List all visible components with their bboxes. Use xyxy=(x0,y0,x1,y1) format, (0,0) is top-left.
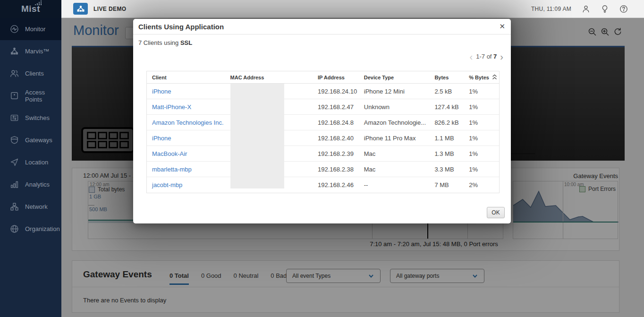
modal-title: Clients Using Application xyxy=(138,23,224,31)
lightbulb-icon[interactable] xyxy=(600,4,609,13)
clients-using-application-modal: Clients Using Application ✕ 7 Clients us… xyxy=(133,19,511,223)
device-type-cell: Mac xyxy=(359,166,430,173)
sidebar-item-analytics[interactable]: Analytics xyxy=(0,173,61,196)
table-header: ClientMAC AddressIP AddressDevice TypeBy… xyxy=(147,71,499,84)
percent-bytes-cell: 1% xyxy=(464,166,499,173)
sidebar-item-label: Clients xyxy=(25,70,44,77)
monitor-icon xyxy=(10,25,19,34)
sidebar-nav: MonitorMarvis™ClientsAccess PointsSwitch… xyxy=(0,18,61,240)
next-page-button[interactable]: › xyxy=(500,53,503,60)
ip-address-cell: 192.168.2.46 xyxy=(313,181,359,188)
sidebar-item-clients[interactable]: Clients xyxy=(0,62,61,85)
sidebar-item-label: Location xyxy=(25,159,48,166)
close-icon[interactable]: ✕ xyxy=(499,22,505,31)
device-type-cell: -- xyxy=(359,181,430,188)
table-row: iPhone192.168.24.10iPhone 12 Mini2.5 kB1… xyxy=(147,84,499,99)
percent-bytes-cell: 1% xyxy=(464,150,499,157)
sidebar-item-label: Switches xyxy=(25,114,50,121)
sidebar-item-label: Network xyxy=(25,203,48,210)
sidebar-item-location[interactable]: Location xyxy=(0,151,61,173)
user-icon[interactable] xyxy=(581,4,590,13)
column-header-bytes[interactable]: Bytes xyxy=(429,75,464,80)
mac-redaction-overlay xyxy=(230,84,284,188)
percent-bytes-cell: 1% xyxy=(464,119,499,126)
access-points-icon xyxy=(10,91,19,100)
logo-dots-icon xyxy=(34,0,42,5)
table-row: mbarletta-mbp192.168.2.38Mac3.3 MB1% xyxy=(147,162,499,177)
ip-address-cell: 192.168.2.47 xyxy=(313,103,359,111)
sort-ascending-icon[interactable] xyxy=(492,74,497,81)
column-header-device-type[interactable]: Device Type xyxy=(359,75,430,80)
organization-icon xyxy=(10,224,19,233)
client-link[interactable]: iPhone xyxy=(147,88,225,95)
table-row: Amazon Technologies Inc.192.168.24.8Amaz… xyxy=(147,115,499,130)
sidebar-item-label: Gateways xyxy=(25,137,52,144)
page-range-label: 1-7 of 7 xyxy=(476,53,497,60)
column-header-ip-address[interactable]: IP Address xyxy=(313,75,359,80)
clients-icon xyxy=(10,69,19,78)
sidebar: Mist MonitorMarvis™ClientsAccess PointsS… xyxy=(0,0,61,317)
device-type-cell: Amazon Technologie... xyxy=(359,119,430,126)
bytes-cell: 1.3 MB xyxy=(429,150,464,157)
analytics-icon xyxy=(10,180,19,189)
prev-page-button[interactable]: ‹ xyxy=(470,53,473,60)
sidebar-item-gateways[interactable]: Gateways xyxy=(0,129,61,151)
client-link[interactable]: mbarletta-mbp xyxy=(147,166,225,173)
network-icon xyxy=(10,202,19,211)
client-link[interactable]: Amazon Technologies Inc. xyxy=(147,119,225,126)
application-name: SSL xyxy=(180,39,192,46)
table-row: iPhone192.168.2.40iPhone 11 Pro Max1.1 M… xyxy=(147,130,499,146)
bytes-cell: 7 MB xyxy=(429,181,464,188)
device-type-cell: iPhone 12 Mini xyxy=(359,88,430,95)
client-link[interactable]: Matt-iPhone-X xyxy=(147,103,225,111)
sidebar-item-network[interactable]: Network xyxy=(0,196,61,218)
sidebar-item-monitor[interactable]: Monitor xyxy=(0,18,61,40)
bytes-cell: 2.5 kB xyxy=(429,88,464,95)
sidebar-item-label: Monitor xyxy=(25,26,45,33)
device-type-cell: iPhone 11 Pro Max xyxy=(359,135,430,142)
sidebar-item-label: Access Points xyxy=(25,89,61,103)
ip-address-cell: 192.168.24.10 xyxy=(313,88,359,95)
column-header-mac-address[interactable]: MAC Address xyxy=(225,75,313,80)
mist-logo[interactable]: Mist xyxy=(0,0,61,18)
ip-address-cell: 192.168.2.40 xyxy=(313,135,359,142)
sidebar-item-switches[interactable]: Switches xyxy=(0,107,61,129)
ip-address-cell: 192.168.24.8 xyxy=(313,119,359,126)
column-header-bytes[interactable]: % Bytes xyxy=(464,74,499,81)
ip-address-cell: 192.168.2.39 xyxy=(313,150,359,157)
table-row: jacobt-mbp192.168.2.46--7 MB2% xyxy=(147,177,499,193)
percent-bytes-cell: 2% xyxy=(464,181,499,188)
bytes-cell: 3.3 MB xyxy=(429,166,464,173)
ip-address-cell: 192.168.2.38 xyxy=(313,166,359,173)
table-row: MacBook-Air192.168.2.39Mac1.3 MB1% xyxy=(147,146,499,162)
sidebar-item-organization[interactable]: Organization xyxy=(0,218,61,240)
org-badge[interactable]: LIVE DEMO xyxy=(73,3,127,15)
bytes-cell: 1.1 MB xyxy=(429,135,464,142)
ok-button[interactable]: OK xyxy=(487,207,505,218)
table-row: Matt-iPhone-X192.168.2.47Unknown127.4 kB… xyxy=(147,99,499,115)
percent-bytes-cell: 1% xyxy=(464,103,499,111)
clients-table: ClientMAC AddressIP AddressDevice TypeBy… xyxy=(146,71,500,193)
sidebar-item-label: Analytics xyxy=(25,181,50,188)
device-type-cell: Unknown xyxy=(359,103,430,111)
logo-text: Mist xyxy=(21,4,40,14)
clock-label: THU, 11:09 AM xyxy=(531,6,571,12)
help-icon[interactable] xyxy=(619,4,628,13)
percent-bytes-cell: 1% xyxy=(464,135,499,142)
client-link[interactable]: iPhone xyxy=(147,135,225,142)
gateways-icon xyxy=(10,136,19,145)
sidebar-item-label: Organization xyxy=(25,225,60,232)
pagination: ‹ 1-7 of 7 › xyxy=(470,53,503,60)
client-link[interactable]: jacobt-mbp xyxy=(147,181,225,188)
device-type-cell: Mac xyxy=(359,150,430,157)
topbar: LIVE DEMO THU, 11:09 AM xyxy=(61,0,644,18)
sidebar-item-access-points[interactable]: Access Points xyxy=(0,85,61,107)
screen: Mist MonitorMarvis™ClientsAccess PointsS… xyxy=(0,0,644,317)
bytes-cell: 826.2 kB xyxy=(429,119,464,126)
client-link[interactable]: MacBook-Air xyxy=(147,150,225,157)
marvis-icon xyxy=(10,47,19,56)
sidebar-item-marvis[interactable]: Marvis™ xyxy=(0,40,61,62)
column-header-client[interactable]: Client xyxy=(147,75,225,80)
location-icon xyxy=(10,158,19,167)
sidebar-item-label: Marvis™ xyxy=(25,48,49,55)
